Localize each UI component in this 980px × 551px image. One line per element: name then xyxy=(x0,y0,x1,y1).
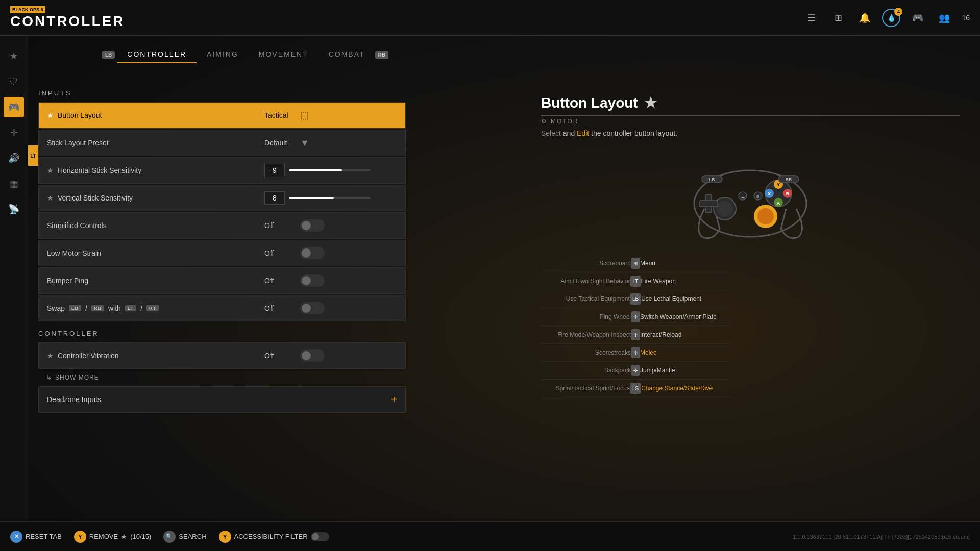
setting-value-swap: Off xyxy=(264,302,397,314)
setting-value-bumper: Off xyxy=(264,274,397,287)
star-vert[interactable]: ★ xyxy=(47,194,54,202)
deadzone-row[interactable]: Deadzone Inputs + xyxy=(38,386,406,413)
controller-diagram: Y B A X LB RB ☰ ⊞ xyxy=(541,147,960,239)
setting-name-stick-layout: Stick Layout Preset xyxy=(47,139,264,147)
setting-vert-sensitivity[interactable]: ★ Vertical Stick Sensitivity 8 xyxy=(38,185,406,211)
accessibility-toggle-knob xyxy=(312,533,319,540)
tab-combat[interactable]: COMBAT xyxy=(318,46,375,63)
svg-text:Y: Y xyxy=(777,182,780,187)
tab-movement[interactable]: MOVEMENT xyxy=(249,46,318,63)
sidebar-crosshair[interactable]: ✛ xyxy=(4,122,24,143)
tab-aiming[interactable]: AIMING xyxy=(197,46,249,63)
slider-track-vert[interactable] xyxy=(289,197,371,199)
setting-vibration[interactable]: ★ Controller Vibration Off xyxy=(38,342,406,369)
svg-text:A: A xyxy=(777,201,780,206)
friends-icon[interactable]: 👥 xyxy=(935,9,953,27)
toggle-low-motor[interactable] xyxy=(300,247,325,259)
dropdown-stick-layout[interactable]: ▼ xyxy=(300,138,309,148)
svg-text:RB: RB xyxy=(786,177,792,182)
notification-icon[interactable]: 🔔 xyxy=(855,9,874,27)
star-button-layout[interactable]: ★ xyxy=(47,111,54,119)
mapping-label-ping: Ping Wheel xyxy=(541,313,631,320)
setting-button-layout[interactable]: ★ Button Layout Tactical ⬚ xyxy=(38,102,406,129)
reset-tab-btn-icon: ✕ xyxy=(10,531,22,543)
desc-edit: Edit xyxy=(577,129,589,137)
slider-num-vert: 8 xyxy=(264,191,285,205)
setting-stick-layout[interactable]: Stick Layout Preset Default ▼ xyxy=(38,130,406,156)
slider-track-horiz[interactable] xyxy=(289,169,371,171)
mapping-label-backpack: Backpack xyxy=(541,367,631,374)
star-horiz[interactable]: ★ xyxy=(47,166,54,174)
reset-tab-label: RESET TAB xyxy=(26,533,62,540)
top-bar-icons: ☰ ⊞ 🔔 💧 4 🎮 👥 16 xyxy=(802,9,970,27)
status-text: 1.1.0.19637111 [20.51:10173+11:A] Th [73… xyxy=(793,534,970,540)
mapping-label-firemode: Fire Mode/Weapon Inspect xyxy=(541,331,631,338)
toggle-knob-low-motor xyxy=(302,248,311,258)
mapping-action-menu: Menu xyxy=(640,260,730,267)
grid-icon[interactable]: ⊞ xyxy=(829,9,847,27)
setting-simplified-controls[interactable]: Simplified Controls Off xyxy=(38,212,406,239)
sidebar-sub-lt: LT xyxy=(28,145,38,166)
top-bar: BLACK OPS 6 CONTROLLER ☰ ⊞ 🔔 💧 4 🎮 👥 16 xyxy=(0,0,980,36)
remove-count: (10/15) xyxy=(130,533,151,540)
reset-tab-action[interactable]: ✕ RESET TAB xyxy=(10,531,62,543)
setting-value-vibration: Off xyxy=(264,349,397,362)
accessibility-label: ACCESSIBILITY FILTER xyxy=(234,533,308,540)
nav-tabs: LB CONTROLLER AIMING MOVEMENT COMBAT RB xyxy=(0,36,980,63)
sidebar-unknown1[interactable]: 🛡 xyxy=(4,71,24,92)
search-label: SEARCH xyxy=(179,533,206,540)
nav-badge-rb: RB xyxy=(375,51,388,59)
toggle-swap[interactable] xyxy=(300,302,325,314)
search-action[interactable]: 🔍 SEARCH xyxy=(163,531,206,543)
sidebar-audio[interactable]: 🔊 xyxy=(4,148,24,168)
accessibility-toggle[interactable] xyxy=(311,532,329,541)
svg-text:LB: LB xyxy=(709,177,715,182)
toggle-simplified[interactable] xyxy=(300,219,325,232)
mapping-col-left: Scoreboard ⊞ Menu Aim Down Sight Behavio… xyxy=(541,255,730,397)
setting-low-motor[interactable]: Low Motor Strain Off xyxy=(38,240,406,266)
mapping-ping: Ping Wheel ✛ Switch Weapon/Armor Plate xyxy=(541,308,730,326)
controller-icon-top[interactable]: 🎮 xyxy=(909,9,927,27)
svg-rect-6 xyxy=(699,201,718,207)
setting-value-horiz: 9 xyxy=(264,164,397,177)
mapping-action-stance: Change Stance/Slide/Dive xyxy=(641,385,730,392)
setting-horiz-sensitivity[interactable]: ★ Horizontal Stick Sensitivity 9 xyxy=(38,157,406,184)
mapping-btn-dpad-ping: ✛ xyxy=(631,311,640,322)
mapping-scorestreaks: Scorestreaks ✛ Melee xyxy=(541,344,730,362)
setting-value-simplified: Off xyxy=(264,219,397,232)
mapping-label-ads: Aim Down Sight Behavior xyxy=(541,278,630,285)
sidebar-favorites[interactable]: ★ xyxy=(4,46,24,66)
water-icon[interactable]: 💧 4 xyxy=(882,9,900,27)
main-container: BLACK OPS 6 CONTROLLER ☰ ⊞ 🔔 💧 4 🎮 👥 16 … xyxy=(0,0,980,551)
toggle-knob-bumper xyxy=(302,276,311,285)
setting-name-simplified: Simplified Controls xyxy=(47,221,264,230)
logo-game: BLACK OPS 6 xyxy=(10,6,125,13)
setting-name-horiz: ★ Horizontal Stick Sensitivity xyxy=(47,166,264,174)
deadzone-expand-icon[interactable]: + xyxy=(391,394,397,406)
controller-section: CONTROLLER ★ Controller Vibration Off xyxy=(38,330,406,413)
show-more-btn[interactable]: ↳ SHOW MORE xyxy=(38,370,406,385)
controller-svg: Y B A X LB RB ☰ ⊞ xyxy=(684,147,817,239)
content-area: INPUTS ★ Button Layout Tactical ⬚ Stick … xyxy=(28,79,416,520)
tab-controller[interactable]: CONTROLLER xyxy=(117,46,197,63)
toggle-knob-simplified xyxy=(302,221,311,230)
sidebar-controller[interactable]: 🎮 xyxy=(4,97,24,117)
remove-label: REMOVE xyxy=(89,533,118,540)
remove-action[interactable]: Y REMOVE ★ (10/15) xyxy=(74,531,152,543)
menu-icon[interactable]: ☰ xyxy=(802,9,821,27)
toggle-vibration[interactable] xyxy=(300,349,325,362)
toggle-bumper[interactable] xyxy=(300,274,325,287)
mapping-action-lethal: Use Lethal Equipment xyxy=(641,295,730,303)
remove-btn-icon: Y xyxy=(74,531,86,543)
sidebar-network[interactable]: 📡 xyxy=(4,199,24,219)
setting-swap[interactable]: Swap LB / RB with LT / RT Off xyxy=(38,295,406,321)
bottom-bar: ✕ RESET TAB Y REMOVE ★ (10/15) 🔍 SEARCH … xyxy=(0,521,980,551)
mapping-btn-dpad-score: ✛ xyxy=(631,347,640,358)
star-vibration[interactable]: ★ xyxy=(47,352,54,360)
profile-count: 16 xyxy=(962,14,970,22)
accessibility-action[interactable]: Y ACCESSIBILITY FILTER xyxy=(219,531,329,543)
expand-icon-button-layout[interactable]: ⬚ xyxy=(300,110,309,121)
sidebar-display[interactable]: ▦ xyxy=(4,173,24,194)
setting-bumper-ping[interactable]: Bumper Ping Off xyxy=(38,267,406,294)
setting-name-vibration: ★ Controller Vibration xyxy=(47,352,264,360)
